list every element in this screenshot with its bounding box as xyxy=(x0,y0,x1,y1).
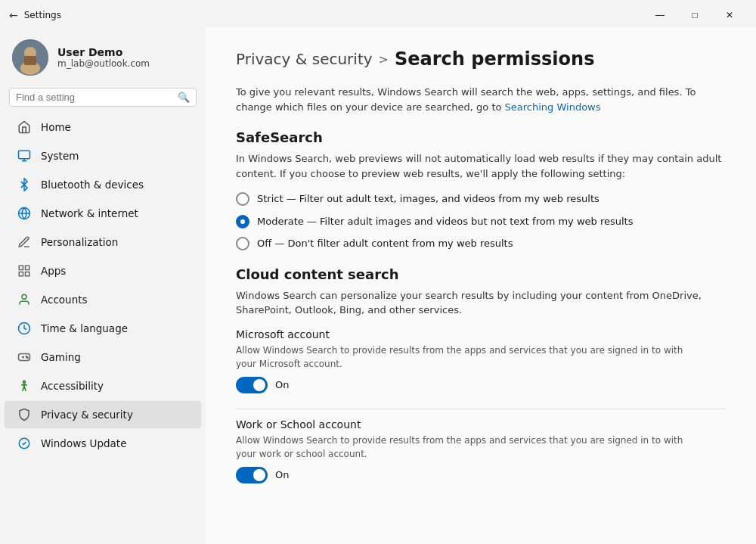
main-content: Privacy & security > Search permissions … xyxy=(206,27,756,544)
time-label: Time & language xyxy=(41,322,128,334)
user-section: User Demo m_lab@outlook.com xyxy=(0,27,206,85)
home-label: Home xyxy=(41,121,71,133)
close-button[interactable]: ✕ xyxy=(712,4,747,26)
searching-windows-link[interactable]: Searching Windows xyxy=(505,101,601,113)
nav-network[interactable]: Network & internet xyxy=(5,200,201,227)
microsoft-account-toggle-row: On xyxy=(236,377,726,393)
nav-system[interactable]: System xyxy=(5,142,201,169)
intro-text: To give you relevant results, Windows Se… xyxy=(236,85,726,114)
nav-time[interactable]: Time & language xyxy=(5,315,201,342)
search-icon: 🔍 xyxy=(178,92,190,103)
safesearch-strict[interactable]: Strict — Filter out adult text, images, … xyxy=(236,191,726,207)
svg-point-19 xyxy=(27,357,29,359)
svg-line-23 xyxy=(24,387,26,391)
user-email: m_lab@outlook.com xyxy=(57,58,150,69)
nav-personalization[interactable]: Personalization xyxy=(5,228,201,256)
breadcrumb: Privacy & security > Search permissions xyxy=(236,48,726,70)
microsoft-account-toggle-label: On xyxy=(275,379,289,390)
time-icon xyxy=(17,321,32,336)
nav-apps[interactable]: Apps xyxy=(5,257,201,284)
search-input[interactable] xyxy=(16,92,173,103)
cloud-content-title: Cloud content search xyxy=(236,266,726,282)
svg-point-20 xyxy=(23,381,26,383)
bluetooth-icon xyxy=(17,177,32,192)
microsoft-account-toggle[interactable] xyxy=(236,377,268,393)
sidebar: User Demo m_lab@outlook.com 🔍 Home Syste… xyxy=(0,27,206,544)
user-name: User Demo xyxy=(57,46,150,58)
cloud-content-description: Windows Search can personalize your sear… xyxy=(236,288,726,318)
work-account-section: Work or School account Allow Windows Sea… xyxy=(236,418,726,483)
moderate-label: Moderate — Filter adult images and video… xyxy=(257,214,634,229)
accessibility-icon xyxy=(17,378,32,393)
nav-accessibility[interactable]: Accessibility xyxy=(5,372,201,399)
safesearch-description: In Windows Search, web previews will not… xyxy=(236,151,726,181)
work-account-desc: Allow Windows Search to provide results … xyxy=(236,434,689,461)
gaming-icon xyxy=(17,350,32,365)
microsoft-account-section: Microsoft account Allow Windows Search t… xyxy=(236,328,726,393)
work-account-title: Work or School account xyxy=(236,418,726,431)
system-icon xyxy=(17,148,32,163)
svg-point-13 xyxy=(22,294,26,299)
microsoft-account-title: Microsoft account xyxy=(236,328,726,340)
user-info: User Demo m_lab@outlook.com xyxy=(57,46,150,69)
avatar xyxy=(12,39,48,76)
nav-gaming[interactable]: Gaming xyxy=(5,343,201,371)
svg-rect-4 xyxy=(19,151,30,159)
accessibility-label: Accessibility xyxy=(41,380,104,392)
strict-radio[interactable] xyxy=(236,192,249,206)
svg-rect-11 xyxy=(19,272,23,276)
nav-update[interactable]: Windows Update xyxy=(5,430,201,457)
maximize-button[interactable]: □ xyxy=(677,4,712,26)
apps-icon xyxy=(17,263,32,278)
safesearch-off[interactable]: Off — Don't filter adult content from my… xyxy=(236,236,726,251)
moderate-radio[interactable] xyxy=(236,215,249,228)
title-bar-left: ← Settings xyxy=(9,9,61,21)
gaming-label: Gaming xyxy=(41,351,81,363)
svg-rect-12 xyxy=(26,272,29,276)
home-icon xyxy=(17,120,32,135)
app-body: User Demo m_lab@outlook.com 🔍 Home Syste… xyxy=(0,27,756,544)
search-box[interactable]: 🔍 xyxy=(9,88,197,107)
work-account-toggle-label: On xyxy=(275,469,289,480)
bluetooth-label: Bluetooth & devices xyxy=(41,179,144,191)
safesearch-options: Strict — Filter out adult text, images, … xyxy=(236,191,726,251)
personalization-label: Personalization xyxy=(41,236,118,248)
microsoft-account-desc: Allow Windows Search to provide results … xyxy=(236,343,689,371)
update-icon xyxy=(17,436,32,451)
breadcrumb-separator: > xyxy=(379,52,389,67)
app-title: Settings xyxy=(24,10,61,20)
nav-home[interactable]: Home xyxy=(5,113,201,141)
system-label: System xyxy=(41,150,79,162)
nav-privacy[interactable]: Privacy & security xyxy=(5,401,201,428)
network-icon xyxy=(17,206,32,221)
svg-rect-9 xyxy=(19,266,23,269)
title-bar: ← Settings — □ ✕ xyxy=(0,0,756,27)
accounts-label: Accounts xyxy=(41,294,88,306)
nav-accounts[interactable]: Accounts xyxy=(5,286,201,313)
divider xyxy=(236,409,726,409)
safesearch-moderate[interactable]: Moderate — Filter adult images and video… xyxy=(236,214,726,229)
safesearch-title: SafeSearch xyxy=(236,129,726,145)
work-account-toggle-row: On xyxy=(236,467,726,483)
minimize-button[interactable]: — xyxy=(643,4,677,26)
off-radio[interactable] xyxy=(236,237,249,250)
update-label: Windows Update xyxy=(41,437,126,449)
window-controls: — □ ✕ xyxy=(643,4,747,26)
svg-rect-10 xyxy=(26,266,29,269)
breadcrumb-current: Search permissions xyxy=(395,48,594,70)
breadcrumb-parent: Privacy & security xyxy=(236,50,373,68)
svg-rect-3 xyxy=(24,56,36,65)
work-account-toggle[interactable] xyxy=(236,467,268,483)
privacy-label: Privacy & security xyxy=(41,409,133,421)
accounts-icon xyxy=(17,292,32,307)
strict-label: Strict — Filter out adult text, images, … xyxy=(257,191,600,207)
apps-label: Apps xyxy=(41,265,66,277)
network-label: Network & internet xyxy=(41,207,138,219)
nav-bluetooth[interactable]: Bluetooth & devices xyxy=(5,171,201,198)
personalization-icon xyxy=(17,235,32,250)
back-icon[interactable]: ← xyxy=(9,9,18,21)
privacy-icon xyxy=(17,407,32,422)
off-label: Off — Don't filter adult content from my… xyxy=(257,236,513,251)
